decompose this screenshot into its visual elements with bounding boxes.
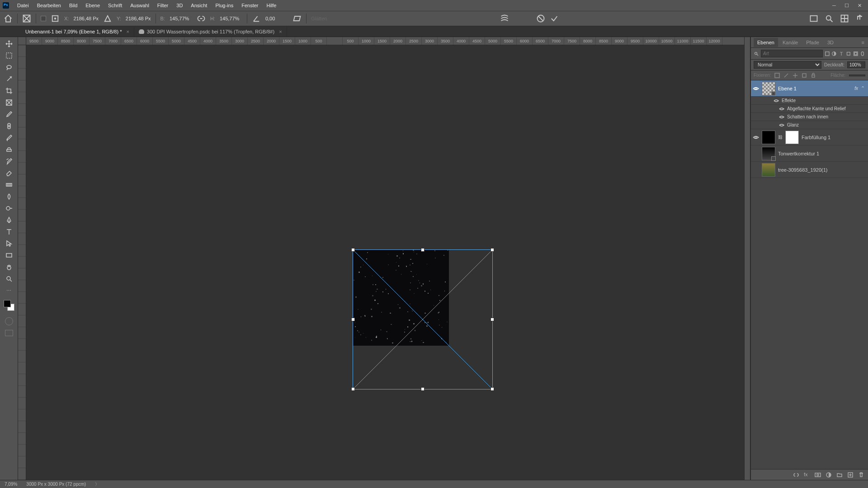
link-layers-icon[interactable] [793, 472, 799, 478]
transform-tool-icon[interactable] [22, 14, 31, 23]
new-layer-icon[interactable] [847, 472, 854, 478]
w-value[interactable]: 145,77% [170, 16, 192, 21]
share-icon[interactable] [855, 14, 864, 23]
home-icon[interactable] [4, 14, 13, 23]
screen-mode-icon[interactable] [5, 330, 13, 336]
opacity-value[interactable]: 100% [847, 61, 865, 68]
filter-toggle-icon[interactable] [860, 51, 865, 57]
layer-name[interactable]: tree-3095683_1920(1) [778, 167, 866, 173]
menu-fenster[interactable]: Fenster [238, 1, 262, 9]
menu-datei[interactable]: Datei [14, 1, 33, 9]
menu-ansicht[interactable]: Ansicht [187, 1, 211, 9]
close-tab-icon[interactable]: × [279, 29, 282, 34]
foreground-color-swatch[interactable] [4, 300, 11, 307]
x-value[interactable]: 2186,48 Px [73, 16, 99, 21]
fill-value[interactable] [849, 75, 865, 76]
collapsed-panel-strip[interactable] [744, 37, 750, 480]
blur-tool[interactable] [3, 192, 15, 202]
maximize-button[interactable]: ☐ [841, 1, 853, 9]
handle-ne[interactable] [491, 248, 494, 252]
filter-pixel-icon[interactable] [825, 51, 830, 57]
lasso-tool[interactable] [3, 62, 15, 72]
visibility-toggle[interactable] [753, 134, 759, 141]
reference-point-icon[interactable] [51, 14, 60, 23]
fill-thumbnail[interactable] [762, 131, 775, 144]
handle-e[interactable] [491, 318, 494, 321]
ruler-origin[interactable] [18, 37, 26, 45]
frame-tool[interactable] [3, 98, 15, 108]
doc-info[interactable]: 3000 Px x 3000 Px (72 ppcm) [26, 482, 86, 487]
layer-ebene-1[interactable]: ⬚ Ebene 1 fx ⌃ [751, 80, 868, 97]
effect-satin[interactable]: Glanz [751, 121, 868, 129]
document-tab-1[interactable]: Unbenannt-1 bei 7,09% (Ebene 1, RGB/8) *… [21, 27, 134, 37]
link-aspect-icon[interactable] [197, 14, 206, 23]
menu-auswahl[interactable]: Auswahl [127, 1, 153, 9]
delta-icon[interactable] [103, 14, 112, 23]
handle-sw[interactable] [351, 387, 355, 391]
canvas-area[interactable]: 9500900085008000750070006500600055005000… [18, 37, 744, 480]
tab-pfade[interactable]: Pfade [802, 38, 823, 47]
close-button[interactable]: ✕ [854, 1, 865, 9]
crop-tool[interactable] [3, 86, 15, 96]
zoom-tool[interactable] [3, 274, 15, 284]
menu-ebene[interactable]: Ebene [82, 1, 104, 9]
eyedropper-tool[interactable] [3, 109, 15, 119]
cloud-docs-icon[interactable] [809, 14, 818, 23]
blend-mode-select[interactable]: Normal [754, 61, 821, 69]
menu-plugins[interactable]: Plug-ins [212, 1, 237, 9]
menu-schrift[interactable]: Schrift [104, 1, 126, 9]
doc-info-caret-icon[interactable]: 〉 [95, 481, 99, 488]
tab-kanaele[interactable]: Kanäle [779, 38, 802, 47]
tab-ebenen[interactable]: Ebenen [754, 38, 778, 47]
eraser-tool[interactable] [3, 168, 15, 178]
mask-thumbnail[interactable] [785, 131, 799, 144]
quick-mask-icon[interactable] [5, 317, 13, 325]
commit-transform-icon[interactable] [550, 14, 559, 23]
delete-layer-icon[interactable] [858, 472, 864, 478]
layer-thumbnail[interactable] [762, 163, 775, 177]
handle-se[interactable] [491, 387, 494, 391]
layer-name[interactable]: Tonwertkorrektur 1 [778, 151, 866, 156]
hand-tool[interactable] [3, 262, 15, 272]
layer-name[interactable]: Ebene 1 [778, 86, 852, 91]
transform-bounding-box[interactable] [353, 249, 493, 389]
layer-farbfuellung[interactable]: ⛓ Farbfüllung 1 [751, 129, 868, 145]
layer-filter-input[interactable] [761, 50, 823, 57]
menu-bearbeiten[interactable]: Bearbeiten [33, 1, 65, 9]
document-tab-2[interactable]: 300 DPI Wassertropfen.psdc bei 117% (Tro… [134, 27, 287, 37]
dodge-tool[interactable] [3, 203, 15, 213]
visibility-toggle[interactable] [779, 106, 784, 112]
menu-hilfe[interactable]: Hilfe [263, 1, 280, 9]
layer-thumbnail[interactable]: ⬚ [762, 82, 775, 95]
clone-stamp-tool[interactable] [3, 145, 15, 155]
h-value[interactable]: 145,77% [220, 16, 242, 21]
filter-type-icon[interactable]: T [839, 51, 844, 57]
gradient-tool[interactable] [3, 180, 15, 190]
layer-style-icon[interactable]: fx [804, 472, 810, 478]
effect-bevel[interactable]: Abgeflachte Kante und Relief [751, 105, 868, 113]
layer-name[interactable]: Farbfüllung 1 [802, 135, 866, 140]
lock-artboard-icon[interactable] [802, 73, 807, 78]
minimize-button[interactable]: ─ [828, 1, 840, 9]
handle-nw[interactable] [351, 248, 355, 252]
type-tool[interactable] [3, 227, 15, 237]
filter-shape-icon[interactable] [846, 51, 851, 57]
close-tab-icon[interactable]: × [126, 29, 129, 34]
warp-mode-icon[interactable] [500, 14, 509, 23]
menu-bild[interactable]: Bild [66, 1, 81, 9]
link-mask-icon[interactable]: ⛓ [778, 135, 783, 140]
effects-caret-icon[interactable]: ⌃ [861, 85, 866, 91]
lock-all-icon[interactable] [811, 73, 816, 78]
menu-3d[interactable]: 3D [173, 1, 186, 9]
edit-toolbar-icon[interactable]: ⋯ [3, 286, 15, 296]
filter-adjust-icon[interactable] [831, 51, 837, 57]
visibility-toggle[interactable] [779, 122, 784, 128]
horizontal-ruler[interactable]: 9500900085008000750070006500600055005000… [26, 37, 744, 45]
lock-pixels-icon[interactable] [783, 73, 789, 78]
move-tool[interactable] [3, 39, 15, 49]
history-brush-tool[interactable] [3, 156, 15, 166]
brush-tool[interactable] [3, 133, 15, 143]
workspace-icon[interactable] [840, 14, 849, 23]
adjustment-thumbnail[interactable] [762, 147, 775, 160]
cancel-transform-icon[interactable] [536, 14, 545, 23]
